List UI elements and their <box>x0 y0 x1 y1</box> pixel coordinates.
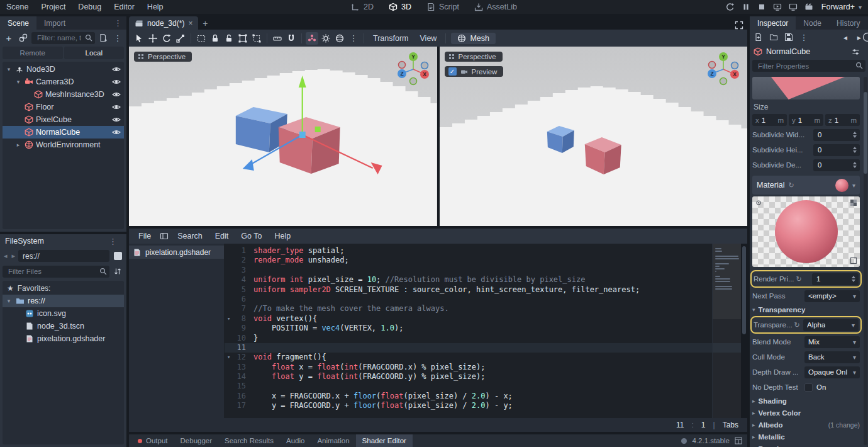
play-remote-icon[interactable] <box>772 2 783 12</box>
code-line-2[interactable]: 2render_mode unshaded; <box>225 256 747 265</box>
preview-sun-icon[interactable] <box>320 32 332 45</box>
visibility-eye-icon[interactable] <box>112 128 121 137</box>
revert-icon[interactable]: ↻ <box>788 181 794 190</box>
render-priority-spinner[interactable]: 1 <box>812 273 859 285</box>
subdivide-hei-spinner[interactable]: 0 <box>813 144 860 156</box>
mesh-menu[interactable]: Mesh <box>451 33 496 44</box>
scale-tool-icon[interactable] <box>174 32 187 45</box>
file-item-pixelation-gdshader[interactable]: pixelation.gdshader <box>3 332 124 345</box>
workspace-assetlib-button[interactable]: AssetLib <box>467 0 524 14</box>
expander-down-icon[interactable]: ▾ <box>5 298 13 304</box>
code-minimap[interactable] <box>712 244 741 418</box>
tab-inspector[interactable]: Inspector <box>750 16 796 30</box>
menu-editor[interactable]: Editor <box>108 0 141 14</box>
workspace-2d-button[interactable]: 2D <box>344 0 381 14</box>
split-mode-icon[interactable] <box>111 250 124 263</box>
bottom-tab-output[interactable]: Output <box>131 434 174 447</box>
visibility-eye-icon[interactable] <box>112 77 121 86</box>
bottom-tab-animation[interactable]: Animation <box>311 434 355 447</box>
tab-history[interactable]: History <box>829 16 867 30</box>
menu-scene[interactable]: Scene <box>0 0 35 14</box>
tree-item-pixelcube[interactable]: PixelCube <box>3 113 124 126</box>
workspace-3d-button[interactable]: 3D <box>382 0 418 14</box>
size-y-field[interactable]: y 1 m <box>789 114 823 126</box>
section-shading[interactable]: ▸Shading <box>752 395 860 406</box>
viewport-extra-options-icon[interactable]: ⋮ <box>347 32 360 45</box>
menu-debug[interactable]: Debug <box>72 0 108 14</box>
stop-icon[interactable] <box>756 2 767 12</box>
inspector-scrollbar[interactable] <box>864 77 867 445</box>
save-resource-icon[interactable] <box>782 31 795 43</box>
preview-environment-icon[interactable] <box>333 32 346 45</box>
dock-options-icon[interactable]: ⋮ <box>109 16 126 30</box>
perspective-menu-left[interactable]: Perspective <box>134 52 192 62</box>
lock-icon[interactable] <box>209 32 221 45</box>
rotate-tool-icon[interactable] <box>160 32 173 45</box>
code-line-8[interactable]: ▾8void vertex(){ <box>225 314 747 324</box>
filesystem-options-icon[interactable]: ⋮ <box>104 237 121 246</box>
spinner-arrows-icon[interactable] <box>852 276 855 282</box>
sort-files-icon[interactable] <box>111 265 124 278</box>
code-line-10[interactable]: 10} <box>225 334 747 343</box>
scene-tree-options-icon[interactable]: ⋮ <box>111 31 124 44</box>
scene-tab-node3d[interactable]: node_3d(*) × <box>129 16 198 30</box>
indent-mode[interactable]: Tabs <box>723 421 738 429</box>
attach-script-icon[interactable] <box>97 31 109 44</box>
code-scrollbar[interactable] <box>741 244 747 418</box>
preview-quad-icon[interactable] <box>850 257 857 264</box>
transform-menu[interactable]: Transform <box>368 34 414 43</box>
spinner-arrows-icon[interactable] <box>853 147 857 153</box>
maximize-icon[interactable] <box>731 21 747 30</box>
axis-gizmo[interactable]: Y X Z <box>706 50 741 86</box>
expander-right-icon[interactable]: ▸ <box>14 142 22 148</box>
rect-select-tool-icon[interactable] <box>195 32 208 45</box>
shader-file-item[interactable]: pixelation.gdshader <box>129 246 224 259</box>
nav-forward-icon[interactable]: ▸ <box>11 252 17 260</box>
menu-help[interactable]: Help <box>141 0 170 14</box>
view-menu[interactable]: View <box>415 34 442 43</box>
code-editor[interactable]: 1shader_type spatial;2render_mode unshad… <box>225 244 747 418</box>
size-z-field[interactable]: z 1 m <box>825 114 860 126</box>
perspective-menu-right[interactable]: Perspective <box>445 52 503 62</box>
remote-button[interactable]: Remote <box>3 47 63 59</box>
inspector-filter-input[interactable] <box>757 62 853 71</box>
panel-toggle-icon[interactable] <box>158 230 170 242</box>
spinner-arrows-icon[interactable] <box>853 162 857 168</box>
group-icon[interactable] <box>236 32 249 45</box>
visibility-eye-icon[interactable] <box>112 90 121 99</box>
expander-down-icon[interactable]: ▾ <box>14 79 22 85</box>
ungroup-icon[interactable] <box>250 32 263 45</box>
load-resource-icon[interactable] <box>767 31 780 43</box>
shader-file-menu[interactable]: File <box>133 229 157 244</box>
tree-item-worldenvironment[interactable]: ▸WorldEnvironment <box>3 139 124 151</box>
bottom-tab-shader-editor[interactable]: Shader Editor <box>356 434 413 447</box>
node-config-icon[interactable] <box>847 48 864 56</box>
new-resource-icon[interactable] <box>752 31 765 43</box>
visibility-eye-icon[interactable] <box>112 103 121 111</box>
material-section-header[interactable]: Material ↻ ▾ <box>752 176 860 195</box>
history-back-icon[interactable]: ◂ <box>839 31 852 43</box>
code-line-11[interactable]: 11 <box>225 343 747 353</box>
remote-debug-icon[interactable] <box>787 2 799 12</box>
fold-arrow-icon[interactable]: ▾ <box>227 353 230 362</box>
tab-import[interactable]: Import <box>36 16 73 30</box>
axis-gizmo[interactable]: Y X Z <box>396 50 431 86</box>
workspace-script-button[interactable]: Script <box>420 0 466 14</box>
section-albedo[interactable]: ▸Albedo(1 change) <box>752 419 860 430</box>
tree-item-floor[interactable]: Floor <box>3 101 124 113</box>
code-line-7[interactable]: 7//To make the mesh cover the camera alw… <box>225 304 747 314</box>
code-line-5[interactable]: 5uniform sampler2D SCREEN_TEXTURE : sour… <box>225 285 747 295</box>
shader-search-menu[interactable]: Search <box>172 229 208 244</box>
preview-checker-icon[interactable] <box>850 199 857 207</box>
preview-toggle[interactable]: ✓ Preview <box>445 66 504 77</box>
menu-project[interactable]: Project <box>35 0 72 14</box>
bottom-tab-debugger[interactable]: Debugger <box>174 434 219 447</box>
viewport-right[interactable]: Perspective ✓ Preview Y X Z <box>440 47 748 226</box>
shader-edit-menu[interactable]: Edit <box>209 229 235 244</box>
file-item-res[interactable]: ▾res:// <box>3 295 124 307</box>
bottom-tab-audio[interactable]: Audio <box>280 434 311 447</box>
section-vertex-color[interactable]: ▸Vertex Color <box>752 407 860 418</box>
code-line-16[interactable]: 16 x = FRAGCOORD.x + floor(float(pixel_s… <box>225 392 747 401</box>
selection-gizmo-icon[interactable] <box>306 32 318 45</box>
new-scene-tab-button[interactable]: + <box>198 17 212 30</box>
